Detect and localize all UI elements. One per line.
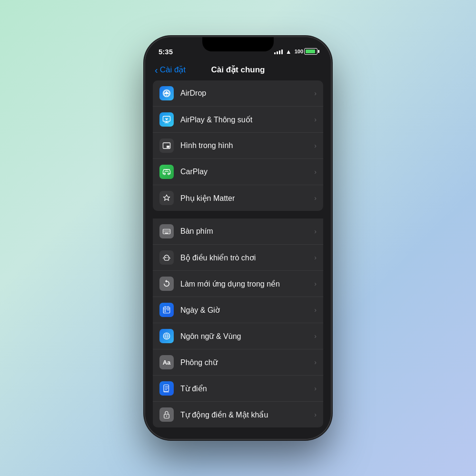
dictionary-icon [159, 381, 174, 396]
pip-icon [159, 139, 174, 153]
row-pip[interactable]: Hình trong hình › [153, 133, 323, 159]
row-keyboard[interactable]: Bàn phím › [153, 218, 323, 245]
chevron-right-icon: › [314, 89, 317, 97]
bgrefresh-icon [159, 277, 174, 291]
language-label: Ngôn ngữ & Vùng [180, 332, 314, 341]
chevron-right-icon: › [314, 194, 317, 202]
carplay-icon [159, 165, 174, 179]
row-matter[interactable]: Phụ kiện Matter › [153, 185, 323, 211]
section-group-2: Bàn phím › Bộ điều khiển trò chơi [153, 218, 323, 427]
svg-point-21 [168, 258, 168, 258]
svg-rect-18 [169, 231, 170, 232]
chevron-right-icon: › [314, 254, 317, 261]
svg-rect-10 [165, 230, 166, 231]
chevron-left-icon: ‹ [155, 65, 158, 75]
matter-label: Phụ kiện Matter [180, 194, 314, 203]
svg-point-20 [168, 257, 168, 258]
svg-rect-16 [166, 231, 167, 232]
signal-bar-4 [281, 50, 283, 54]
svg-point-1 [166, 95, 167, 96]
keyboard-icon [159, 224, 174, 238]
svg-rect-14 [164, 231, 165, 232]
dictionary-label: Từ điển [180, 384, 314, 393]
signal-bar-2 [277, 51, 278, 54]
gamecontroller-label: Bộ điều khiển trò chơi [180, 253, 314, 262]
row-dictionary[interactable]: Từ điển › [153, 376, 323, 402]
language-icon [159, 329, 174, 343]
row-carplay[interactable]: CarPlay › [153, 159, 323, 185]
keyboard-label: Bàn phím [180, 227, 314, 236]
svg-rect-11 [166, 230, 167, 231]
signal-bars-icon [274, 49, 283, 54]
chevron-right-icon: › [314, 116, 317, 123]
autofill-icon [159, 407, 174, 422]
phone-screen: 5:35 ▲ 100 ‹ C [145, 37, 331, 439]
phone-frame: 5:35 ▲ 100 ‹ C [145, 37, 331, 439]
svg-rect-17 [168, 231, 169, 232]
signal-bar-3 [279, 50, 280, 54]
row-font[interactable]: Aa Phông chữ › [153, 349, 323, 376]
notch [202, 37, 274, 51]
svg-point-6 [168, 173, 169, 175]
row-airplay[interactable]: AirPlay & Thông suốt › [153, 107, 323, 133]
svg-rect-19 [165, 233, 169, 234]
chevron-right-icon: › [314, 385, 317, 392]
chevron-right-icon: › [314, 142, 317, 149]
svg-point-5 [164, 173, 165, 175]
airdrop-label: AirDrop [180, 89, 314, 98]
svg-rect-23 [165, 309, 166, 310]
airplay-icon [159, 112, 174, 127]
font-icon-text: Aa [163, 359, 171, 366]
chevron-right-icon: › [314, 411, 317, 418]
row-bgrefresh[interactable]: Làm mới ứng dụng trong nền › [153, 271, 323, 297]
svg-rect-9 [164, 230, 165, 231]
row-airdrop[interactable]: AirDrop › [153, 80, 323, 107]
svg-rect-15 [165, 231, 166, 232]
autofill-label: Tự động điền & Mật khẩu [180, 410, 314, 419]
battery-fill [306, 50, 315, 53]
bgrefresh-label: Làm mới ứng dụng trong nền [180, 279, 314, 288]
gamecontroller-icon [159, 250, 174, 265]
svg-rect-12 [168, 230, 169, 231]
airdrop-icon [159, 86, 174, 100]
svg-rect-4 [167, 146, 169, 148]
chevron-right-icon: › [314, 306, 317, 314]
section-group-1: AirDrop › AirPlay & Thông suốt › [153, 80, 323, 211]
chevron-right-icon: › [314, 228, 317, 235]
svg-point-29 [166, 416, 167, 416]
matter-icon [159, 191, 174, 205]
back-label: Cài đặt [160, 65, 186, 75]
battery-percent: 100 [295, 49, 303, 54]
battery-icon [304, 48, 317, 55]
chevron-right-icon: › [314, 168, 317, 176]
signal-bar-1 [274, 52, 276, 54]
chevron-right-icon: › [314, 332, 317, 340]
row-language[interactable]: Ngôn ngữ & Vùng › [153, 323, 323, 349]
settings-content: AirDrop › AirPlay & Thông suốt › [145, 80, 331, 435]
airplay-label: AirPlay & Thông suốt [180, 115, 314, 124]
datetime-label: Ngày & Giờ [180, 306, 314, 315]
font-label: Phông chữ [180, 358, 314, 367]
row-datetime[interactable]: Ngày & Giờ › [153, 297, 323, 323]
back-button[interactable]: ‹ Cài đặt [155, 65, 186, 75]
font-icon: Aa [159, 355, 174, 369]
page-title: Cài đặt chung [211, 65, 265, 75]
carplay-label: CarPlay [180, 168, 314, 176]
navigation-bar: ‹ Cài đặt Cài đặt chung [145, 61, 331, 80]
status-icons: ▲ 100 [274, 48, 317, 55]
svg-rect-13 [169, 230, 170, 231]
svg-rect-24 [168, 309, 169, 310]
row-gamecontroller[interactable]: Bộ điều khiển trò chơi › [153, 245, 323, 271]
svg-rect-22 [163, 307, 170, 313]
datetime-icon [159, 303, 174, 317]
row-autofill[interactable]: Tự động điền & Mật khẩu › [153, 402, 323, 427]
chevron-right-icon: › [314, 280, 317, 288]
svg-rect-25 [165, 311, 166, 312]
status-time: 5:35 [159, 48, 173, 56]
pip-label: Hình trong hình [180, 141, 314, 150]
chevron-right-icon: › [314, 358, 317, 366]
wifi-icon: ▲ [286, 48, 292, 55]
battery-container: 100 [295, 48, 317, 55]
